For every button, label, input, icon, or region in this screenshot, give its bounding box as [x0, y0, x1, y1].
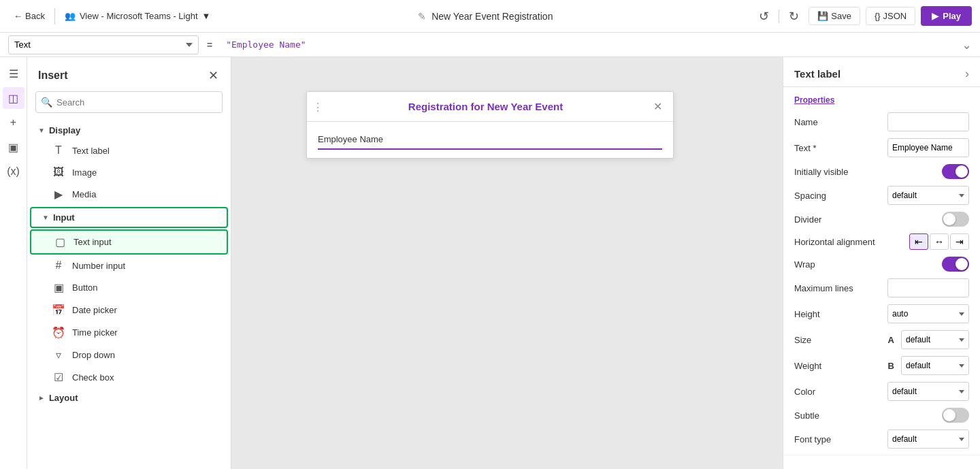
hamburger-menu-icon[interactable]: ☰: [3, 63, 24, 84]
properties-label: Properties: [783, 94, 980, 109]
drop-down-text: Drop down: [72, 350, 115, 360]
font-type-select[interactable]: default: [887, 430, 969, 449]
align-right-button[interactable]: ⇥: [950, 233, 969, 250]
right-panel: Text label › Properties Name Text *: [783, 57, 980, 469]
right-panel-header: Text label ›: [783, 57, 980, 87]
search-input[interactable]: [35, 91, 223, 113]
item-text-label[interactable]: T Text label: [30, 140, 228, 161]
save-button[interactable]: 💾 Save: [808, 7, 860, 25]
insert-header: Insert ✕: [27, 57, 231, 91]
image-icon: 🖼: [52, 166, 65, 178]
redo-button[interactable]: ↻: [785, 6, 803, 27]
size-select[interactable]: default: [901, 330, 969, 349]
json-button[interactable]: {} JSON: [866, 7, 915, 25]
media-icon: ▶: [52, 188, 65, 201]
prop-subtle-value: [942, 408, 969, 423]
weight-prefix: B: [888, 361, 894, 371]
layout-section-label: Layout: [49, 393, 78, 403]
text-input-icon: ▢: [53, 236, 67, 248]
add-icon[interactable]: +: [3, 112, 24, 133]
view-label: View - Microsoft Teams - Light: [80, 11, 198, 21]
prop-max-lines-label: Maximum lines: [794, 283, 853, 293]
item-image[interactable]: 🖼 Image: [30, 161, 228, 183]
play-button[interactable]: ▶ Play: [921, 6, 972, 26]
view-selector[interactable]: 👥 View - Microsoft Teams - Light ▼: [59, 8, 216, 24]
name-input[interactable]: [887, 112, 969, 131]
main-layout: ☰ ◫ + ▣ (x) Insert ✕ 🔍 ▼ Display T Text …: [0, 57, 980, 469]
prop-spacing-label: Spacing: [794, 191, 826, 201]
pencil-icon: ✎: [418, 11, 426, 22]
layers-icon[interactable]: ◫: [3, 87, 24, 109]
section-input[interactable]: ▼ Input: [30, 207, 228, 228]
item-drop-down[interactable]: ▿ Drop down: [30, 344, 228, 366]
prop-weight-label: Weight: [794, 361, 821, 371]
insert-close-button[interactable]: ✕: [207, 67, 220, 84]
json-braces-icon: {}: [875, 11, 881, 21]
max-lines-input[interactable]: [887, 278, 969, 297]
prop-weight-row: Weight B default: [783, 353, 980, 378]
components-icon[interactable]: ▣: [3, 136, 24, 158]
button-icon: ▣: [52, 281, 65, 294]
align-center-button[interactable]: ↔: [930, 233, 949, 250]
wrap-toggle[interactable]: [942, 257, 969, 272]
prop-font-type-row: Font type default: [783, 426, 980, 452]
btn-divider1: [779, 10, 779, 23]
item-check-box[interactable]: ☑ Check box: [30, 366, 228, 389]
prop-size-value: A default: [888, 330, 969, 349]
prop-divider-value: [942, 212, 969, 227]
prop-h-align-label: Horizontal alignment: [794, 237, 875, 247]
form-card-close-button[interactable]: ✕: [653, 100, 662, 113]
form-card-title: Registration for New Year Event: [318, 101, 653, 112]
subtle-toggle[interactable]: [942, 408, 969, 423]
initially-visible-toggle[interactable]: [942, 164, 969, 179]
topbar-right: ↺ ↻ 💾 Save {} JSON ▶ Play: [755, 6, 972, 27]
variable-icon[interactable]: (x): [3, 161, 24, 182]
size-prefix: A: [888, 335, 894, 345]
text-input[interactable]: [887, 138, 969, 157]
right-panel-expand-button[interactable]: ›: [965, 67, 969, 81]
play-label: Play: [943, 11, 961, 21]
display-section-label: Display: [49, 125, 80, 135]
prop-font-type-label: Font type: [794, 434, 831, 444]
element-type-select[interactable]: Text: [8, 35, 199, 54]
toggle-knob: [956, 165, 968, 178]
app-title: New Year Event Registration: [431, 11, 553, 22]
prop-height-label: Height: [794, 309, 820, 319]
height-select[interactable]: auto: [887, 304, 969, 323]
item-text-input[interactable]: ▢ Text input: [30, 229, 228, 255]
section-layout[interactable]: ► Layout: [27, 389, 231, 407]
align-left-button[interactable]: ⇤: [909, 233, 928, 250]
item-number-input[interactable]: # Number input: [30, 255, 228, 276]
item-time-picker[interactable]: ⏰ Time picker: [30, 321, 228, 344]
time-picker-text: Time picker: [72, 327, 118, 338]
prop-h-align-row: Horizontal alignment ⇤ ↔ ⇥: [783, 230, 980, 253]
drag-handle-icon[interactable]: ⋮: [312, 100, 323, 113]
color-select[interactable]: default: [887, 382, 969, 401]
undo-button[interactable]: ↺: [755, 6, 773, 27]
topbar-divider: [54, 8, 55, 25]
prop-max-lines-value: [887, 278, 969, 297]
back-button[interactable]: ← Back: [8, 8, 50, 24]
prop-color-value: default: [887, 382, 969, 401]
spacing-select[interactable]: default: [887, 186, 969, 205]
prop-initially-visible-label: Initially visible: [794, 167, 848, 177]
prop-text-label: Text *: [794, 143, 817, 153]
form-card-body: Employee Name: [307, 122, 673, 158]
canvas-area[interactable]: ⋮ Registration for New Year Event ✕ Empl…: [231, 57, 783, 469]
topbar-left: ← Back 👥 View - Microsoft Teams - Light …: [8, 8, 216, 25]
weight-select[interactable]: default: [901, 356, 969, 375]
input-section-label: Input: [53, 212, 75, 223]
item-media[interactable]: ▶ Media: [30, 183, 228, 206]
formulabar-expand-icon[interactable]: ⌄: [962, 37, 972, 52]
prop-subtle-row: Subtle: [783, 404, 980, 426]
section-display[interactable]: ▼ Display: [27, 121, 231, 140]
save-label: Save: [831, 11, 851, 21]
item-date-picker[interactable]: 📅 Date picker: [30, 299, 228, 321]
number-input-icon: #: [52, 259, 65, 272]
item-button[interactable]: ▣ Button: [30, 276, 228, 299]
prop-wrap-label: Wrap: [794, 259, 815, 270]
formula-value: "Employee Name": [220, 39, 953, 50]
divider-toggle[interactable]: [942, 212, 969, 227]
topbar-center: ✎ New Year Event Registration: [221, 11, 749, 22]
view-chevron-icon: ▼: [202, 11, 211, 21]
